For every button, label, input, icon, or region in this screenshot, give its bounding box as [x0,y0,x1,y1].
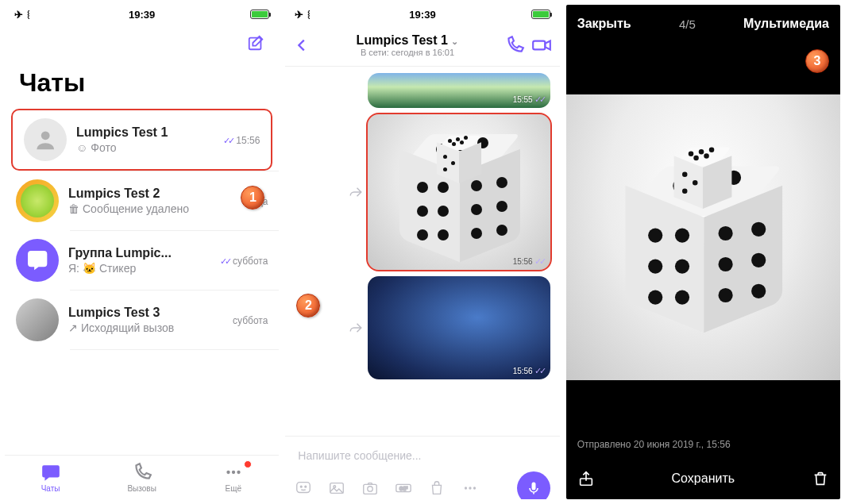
svg-rect-18 [531,483,535,491]
message-list[interactable]: 15:55✓✓ [285,67,559,436]
tab-chats[interactable]: Чаты [5,456,96,499]
avatar-lime-icon [16,179,59,222]
message-image-beach[interactable]: 15:55✓✓ [368,73,550,108]
svg-point-17 [473,487,476,489]
contact-name[interactable]: Lumpics Test 1 [357,33,448,47]
forward-icon[interactable] [349,321,363,335]
message-time: 15:56 [513,257,533,266]
gif-icon[interactable]: GIF [395,479,412,497]
chat-row-lumpics-test-2[interactable]: Lumpics Test 2 🗑Сообщение удалено среда [5,171,279,230]
tab-calls[interactable]: Вызовы [96,456,187,499]
sticker-icon[interactable] [295,479,312,497]
chat-bubble-icon [41,462,61,483]
contact-status: В сети: сегодня в 16:01 [317,48,497,57]
voice-call-icon[interactable] [504,35,525,56]
chat-preview: Сообщение удалено [83,202,189,215]
microphone-button[interactable] [517,471,550,499]
message-image-dice[interactable]: 15:56✓✓ [368,114,550,270]
chat-name: Lumpics Test 3 [68,306,223,320]
media-sent-timestamp: Отправлено 20 июня 2019 г., 15:56 [566,431,840,458]
chat-row-lumpics-test-3[interactable]: Lumpics Test 3 ↗Исходящий вызов суббота [5,290,279,349]
media-viewer-screen: Закрыть 4/5 Мультимедиа 3 Отправлено 20 … [566,5,840,499]
svg-point-12 [368,487,372,491]
chat-row-group-lumpics[interactable]: Группа Lumpic... Я:🐱Стикер ✓✓суббота [5,231,279,290]
cat-icon: 🐱 [83,262,96,275]
read-ticks-icon: ✓✓ [220,256,230,266]
battery-icon [531,10,550,19]
notification-dot-icon [244,460,252,468]
svg-point-7 [301,486,303,487]
media-image-dice [566,94,840,380]
chat-preview-prefix: Я: [68,262,79,275]
close-button[interactable]: Закрыть [577,17,631,31]
conversation-header: Lumpics Test 1 ⌄ В сети: сегодня в 16:01 [285,24,559,67]
message-row: 15:56✓✓ [295,276,550,379]
more-dots-icon [223,462,244,483]
chats-list-screen: ✈ ⧙ 19:39 Чаты Lumpics Test 1 ☺Фото ✓✓15… [5,5,279,499]
battery-icon [250,10,269,19]
message-time: 15:55 [513,95,533,104]
avatar-laptop-icon [16,298,59,341]
svg-point-3 [232,471,235,474]
chat-preview: Стикер [99,262,136,275]
callout-badge-3: 3 [805,49,829,73]
tab-label: Чаты [41,484,60,493]
chat-list: Lumpics Test 1 ☺Фото ✓✓15:56 1 Lumpics T… [5,109,279,455]
media-viewer-header: Закрыть 4/5 Мультимедиа [566,5,840,43]
svg-point-8 [305,486,307,487]
svg-point-15 [465,487,467,489]
airplane-mode-icon: ✈ [295,9,303,21]
chat-conversation-screen: ✈ ⧙ 19:39 Lumpics Test 1 ⌄ В сети: сегод… [285,5,559,499]
svg-point-4 [237,471,240,474]
media-counter: 4/5 [679,17,696,31]
message-input[interactable] [295,443,550,468]
svg-rect-0 [249,38,261,50]
chevron-down-icon[interactable]: ⌄ [451,37,458,46]
message-time: 15:56 [513,367,533,375]
chat-row-lumpics-test-1[interactable]: Lumpics Test 1 ☺Фото ✓✓15:56 [11,109,272,171]
message-row: 15:56✓✓ [295,114,550,270]
airplane-mode-icon: ✈ [14,9,23,21]
chat-time: 15:56 [236,135,260,146]
camera-icon[interactable] [361,479,379,497]
chat-time: суббота [233,256,268,267]
avatar-placeholder-icon [24,118,67,161]
chat-name: Lumpics Test 1 [76,125,214,140]
share-icon[interactable] [577,470,595,487]
status-time: 19:39 [129,9,155,21]
video-call-icon[interactable] [531,35,552,56]
back-icon[interactable] [293,37,311,54]
tab-label: Ещё [226,484,241,493]
outgoing-call-icon: ↗ [68,321,78,334]
read-ticks-icon: ✓✓ [534,366,544,376]
more-icon[interactable] [461,479,479,497]
avatar-viber-icon [16,239,59,282]
read-ticks-icon: ✓✓ [534,256,544,267]
wifi-icon: ⧙ [26,9,32,21]
tab-more[interactable]: Ещё [187,456,279,499]
delete-icon[interactable] [812,470,829,487]
chat-time: суббота [233,315,268,326]
message-image-tech[interactable]: 15:56✓✓ [368,276,550,379]
wifi-icon: ⧙ [307,9,312,21]
compose-icon[interactable] [247,34,264,52]
multimedia-button[interactable]: Мультимедиа [743,17,829,31]
gallery-icon[interactable] [328,479,345,497]
forward-icon[interactable] [349,185,363,199]
read-ticks-icon: ✓✓ [223,136,233,145]
media-viewport[interactable] [566,43,840,431]
media-viewer-footer: Сохранить [566,458,840,499]
status-time: 19:39 [409,9,435,21]
svg-point-16 [469,487,472,489]
chats-header [5,24,279,62]
read-ticks-icon: ✓✓ [534,94,544,105]
svg-rect-6 [297,483,311,493]
save-button[interactable]: Сохранить [672,471,735,486]
svg-point-2 [226,471,230,474]
chat-name: Группа Lumpic... [68,246,210,260]
shop-icon[interactable] [428,479,446,497]
trash-icon: 🗑 [68,202,79,215]
tab-bar: Чаты Вызовы Ещё [5,455,279,499]
tab-label: Вызовы [127,484,156,493]
page-title: Чаты [5,62,279,109]
